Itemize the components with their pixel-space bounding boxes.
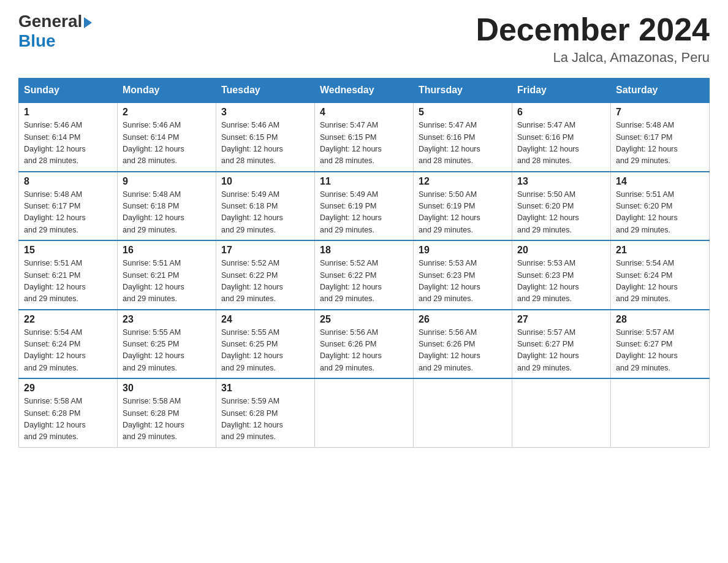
- calendar-cell: 3Sunrise: 5:46 AMSunset: 6:15 PMDaylight…: [216, 102, 315, 172]
- calendar-cell: 28Sunrise: 5:57 AMSunset: 6:27 PMDayligh…: [611, 310, 710, 379]
- day-info: Sunrise: 5:58 AMSunset: 6:28 PMDaylight:…: [24, 396, 112, 443]
- day-info: Sunrise: 5:53 AMSunset: 6:23 PMDaylight:…: [517, 258, 605, 305]
- day-info: Sunrise: 5:48 AMSunset: 6:18 PMDaylight:…: [123, 189, 211, 237]
- day-info: Sunrise: 5:49 AMSunset: 6:18 PMDaylight:…: [221, 189, 309, 237]
- day-number: 11: [320, 176, 408, 187]
- calendar-cell: 16Sunrise: 5:51 AMSunset: 6:21 PMDayligh…: [118, 240, 216, 310]
- logo-text: General: [18, 12, 92, 31]
- day-info: Sunrise: 5:55 AMSunset: 6:25 PMDaylight:…: [221, 327, 309, 375]
- day-number: 30: [123, 383, 211, 394]
- day-info: Sunrise: 5:48 AMSunset: 6:17 PMDaylight:…: [616, 120, 704, 167]
- day-info: Sunrise: 5:57 AMSunset: 6:27 PMDaylight:…: [616, 327, 704, 375]
- calendar-title: December 2024: [476, 12, 710, 47]
- day-info: Sunrise: 5:46 AMSunset: 6:14 PMDaylight:…: [123, 120, 211, 167]
- calendar-cell: 29Sunrise: 5:58 AMSunset: 6:28 PMDayligh…: [19, 378, 118, 447]
- calendar-table: Sunday Monday Tuesday Wednesday Thursday…: [18, 78, 710, 448]
- calendar-cell: 20Sunrise: 5:53 AMSunset: 6:23 PMDayligh…: [512, 240, 611, 310]
- day-info: Sunrise: 5:56 AMSunset: 6:26 PMDaylight:…: [320, 327, 408, 375]
- day-number: 5: [419, 107, 507, 118]
- week-row-0: 1Sunrise: 5:46 AMSunset: 6:14 PMDaylight…: [19, 102, 710, 172]
- day-number: 21: [616, 245, 704, 256]
- day-info: Sunrise: 5:48 AMSunset: 6:17 PMDaylight:…: [24, 189, 112, 237]
- day-number: 8: [24, 176, 112, 187]
- day-info: Sunrise: 5:50 AMSunset: 6:20 PMDaylight:…: [517, 189, 605, 237]
- day-number: 1: [24, 107, 112, 118]
- day-info: Sunrise: 5:51 AMSunset: 6:21 PMDaylight:…: [24, 258, 112, 305]
- calendar-cell: 18Sunrise: 5:52 AMSunset: 6:22 PMDayligh…: [315, 240, 414, 310]
- day-number: 4: [320, 107, 408, 118]
- day-number: 13: [517, 176, 605, 187]
- calendar-cell: 5Sunrise: 5:47 AMSunset: 6:16 PMDaylight…: [414, 102, 512, 172]
- week-row-1: 8Sunrise: 5:48 AMSunset: 6:17 PMDaylight…: [19, 172, 710, 241]
- day-info: Sunrise: 5:58 AMSunset: 6:28 PMDaylight:…: [123, 396, 211, 443]
- day-info: Sunrise: 5:59 AMSunset: 6:28 PMDaylight:…: [221, 396, 309, 443]
- day-info: Sunrise: 5:46 AMSunset: 6:14 PMDaylight:…: [24, 120, 112, 167]
- day-number: 3: [221, 107, 309, 118]
- col-monday: Monday: [118, 79, 216, 103]
- day-info: Sunrise: 5:51 AMSunset: 6:21 PMDaylight:…: [123, 258, 211, 305]
- day-number: 28: [616, 314, 704, 325]
- day-number: 20: [517, 245, 605, 256]
- day-info: Sunrise: 5:53 AMSunset: 6:23 PMDaylight:…: [419, 258, 507, 305]
- col-sunday: Sunday: [19, 79, 118, 103]
- calendar-cell: 9Sunrise: 5:48 AMSunset: 6:18 PMDaylight…: [118, 172, 216, 241]
- day-number: 12: [419, 176, 507, 187]
- day-info: Sunrise: 5:54 AMSunset: 6:24 PMDaylight:…: [24, 327, 112, 375]
- day-number: 22: [24, 314, 112, 325]
- calendar-cell: 17Sunrise: 5:52 AMSunset: 6:22 PMDayligh…: [216, 240, 315, 310]
- col-friday: Friday: [512, 79, 611, 103]
- calendar-cell: 27Sunrise: 5:57 AMSunset: 6:27 PMDayligh…: [512, 310, 611, 379]
- calendar-cell: 26Sunrise: 5:56 AMSunset: 6:26 PMDayligh…: [414, 310, 512, 379]
- calendar-cell: 12Sunrise: 5:50 AMSunset: 6:19 PMDayligh…: [414, 172, 512, 241]
- day-info: Sunrise: 5:49 AMSunset: 6:19 PMDaylight:…: [320, 189, 408, 237]
- calendar-body: 1Sunrise: 5:46 AMSunset: 6:14 PMDaylight…: [19, 102, 710, 447]
- calendar-cell: [414, 378, 512, 447]
- calendar-cell: 10Sunrise: 5:49 AMSunset: 6:18 PMDayligh…: [216, 172, 315, 241]
- calendar-cell: 19Sunrise: 5:53 AMSunset: 6:23 PMDayligh…: [414, 240, 512, 310]
- day-number: 27: [517, 314, 605, 325]
- calendar-cell: 11Sunrise: 5:49 AMSunset: 6:19 PMDayligh…: [315, 172, 414, 241]
- day-number: 23: [123, 314, 211, 325]
- day-number: 19: [419, 245, 507, 256]
- page-header: General Blue December 2024 La Jalca, Ama…: [18, 12, 710, 66]
- calendar-cell: 30Sunrise: 5:58 AMSunset: 6:28 PMDayligh…: [118, 378, 216, 447]
- calendar-cell: 31Sunrise: 5:59 AMSunset: 6:28 PMDayligh…: [216, 378, 315, 447]
- day-number: 17: [221, 245, 309, 256]
- calendar-cell: 2Sunrise: 5:46 AMSunset: 6:14 PMDaylight…: [118, 102, 216, 172]
- calendar-subtitle: La Jalca, Amazonas, Peru: [476, 50, 710, 66]
- day-number: 26: [419, 314, 507, 325]
- day-info: Sunrise: 5:47 AMSunset: 6:15 PMDaylight:…: [320, 120, 408, 167]
- day-number: 9: [123, 176, 211, 187]
- calendar-cell: 1Sunrise: 5:46 AMSunset: 6:14 PMDaylight…: [19, 102, 118, 172]
- week-row-3: 22Sunrise: 5:54 AMSunset: 6:24 PMDayligh…: [19, 310, 710, 379]
- week-row-2: 15Sunrise: 5:51 AMSunset: 6:21 PMDayligh…: [19, 240, 710, 310]
- calendar-cell: 23Sunrise: 5:55 AMSunset: 6:25 PMDayligh…: [118, 310, 216, 379]
- day-number: 15: [24, 245, 112, 256]
- day-info: Sunrise: 5:57 AMSunset: 6:27 PMDaylight:…: [517, 327, 605, 375]
- calendar-cell: 25Sunrise: 5:56 AMSunset: 6:26 PMDayligh…: [315, 310, 414, 379]
- calendar-cell: 4Sunrise: 5:47 AMSunset: 6:15 PMDaylight…: [315, 102, 414, 172]
- day-number: 10: [221, 176, 309, 187]
- logo-arrow-icon: [84, 17, 92, 28]
- day-number: 29: [24, 383, 112, 394]
- title-block: December 2024 La Jalca, Amazonas, Peru: [476, 12, 710, 66]
- calendar-cell: 8Sunrise: 5:48 AMSunset: 6:17 PMDaylight…: [19, 172, 118, 241]
- week-row-4: 29Sunrise: 5:58 AMSunset: 6:28 PMDayligh…: [19, 378, 710, 447]
- day-number: 25: [320, 314, 408, 325]
- day-info: Sunrise: 5:52 AMSunset: 6:22 PMDaylight:…: [221, 258, 309, 305]
- day-info: Sunrise: 5:56 AMSunset: 6:26 PMDaylight:…: [419, 327, 507, 375]
- day-info: Sunrise: 5:46 AMSunset: 6:15 PMDaylight:…: [221, 120, 309, 167]
- day-number: 7: [616, 107, 704, 118]
- day-number: 18: [320, 245, 408, 256]
- calendar-cell: [611, 378, 710, 447]
- calendar-cell: 6Sunrise: 5:47 AMSunset: 6:16 PMDaylight…: [512, 102, 611, 172]
- day-number: 24: [221, 314, 309, 325]
- col-saturday: Saturday: [611, 79, 710, 103]
- col-thursday: Thursday: [414, 79, 512, 103]
- day-info: Sunrise: 5:47 AMSunset: 6:16 PMDaylight:…: [517, 120, 605, 167]
- calendar-cell: [512, 378, 611, 447]
- calendar-cell: 13Sunrise: 5:50 AMSunset: 6:20 PMDayligh…: [512, 172, 611, 241]
- day-info: Sunrise: 5:47 AMSunset: 6:16 PMDaylight:…: [419, 120, 507, 167]
- logo: General Blue: [18, 12, 92, 51]
- day-info: Sunrise: 5:55 AMSunset: 6:25 PMDaylight:…: [123, 327, 211, 375]
